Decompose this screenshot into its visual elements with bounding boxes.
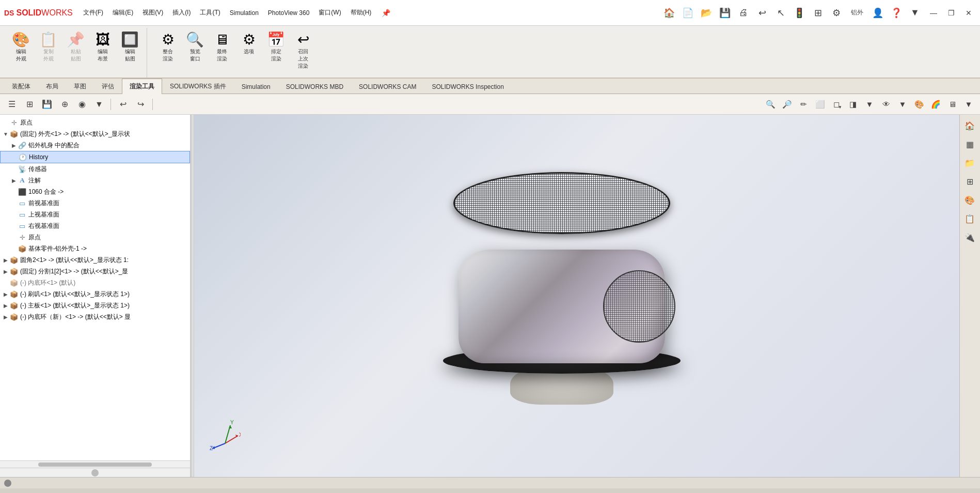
tree-arrow-mates[interactable]: ▶: [10, 143, 18, 148]
preview-window-button[interactable]: 🔍 预览窗口: [182, 30, 208, 72]
menu-view[interactable]: 视图(V): [138, 6, 167, 19]
grid-view-button[interactable]: ⊞: [22, 97, 37, 112]
tree-item-annotations[interactable]: ▶ A 注解: [0, 175, 190, 186]
tree-arrow-annotations[interactable]: ▶: [10, 178, 18, 183]
section-view-dropdown[interactable]: ▼: [862, 98, 877, 111]
box-select-2[interactable]: ◻▼: [829, 98, 844, 111]
tree-arrow-mainboard[interactable]: ▶: [2, 303, 9, 309]
home-icon[interactable]: 🏠: [661, 5, 677, 21]
list-view-button[interactable]: ☰: [4, 97, 20, 112]
tree-item-material[interactable]: ⬛ 1060 合金 ->: [0, 186, 190, 197]
schedule-render-button[interactable]: 📅 排定渲染: [263, 30, 289, 72]
menu-file[interactable]: 文件(F): [79, 6, 107, 19]
restore-button[interactable]: ❐: [944, 6, 958, 20]
tab-sw-cam[interactable]: SOLIDWORKS CAM: [351, 80, 424, 94]
tab-sw-inspection[interactable]: SOLIDWORKS Inspection: [424, 80, 511, 94]
tree-item-split[interactable]: ▶ 📦 (固定) 分割1[2]<1> -> (默认<<默认>_显: [0, 266, 190, 277]
rpanel-layout-button[interactable]: ⊞: [961, 173, 978, 190]
display-mode-button[interactable]: 👁: [879, 98, 893, 111]
tree-item-brush[interactable]: ▶ 📦 (-) 刷叽<1> (默认<<默认>_显示状态 1>): [0, 288, 190, 300]
box-select-1[interactable]: ⬜: [813, 98, 827, 111]
tree-item-right-plane[interactable]: ▭ 右视基准面: [0, 220, 190, 232]
minimize-button[interactable]: —: [926, 6, 941, 20]
origin-button[interactable]: ⊕: [57, 97, 72, 112]
copy-appearance-button[interactable]: 📋 复制外观: [36, 30, 61, 65]
tree-item-history[interactable]: 🕐 History: [0, 151, 190, 163]
save-icon[interactable]: 💾: [717, 5, 733, 21]
save-stb-button[interactable]: 💾: [39, 97, 55, 112]
viewport[interactable]: X Y Z: [194, 115, 959, 477]
undo-icon[interactable]: ↩: [754, 5, 770, 21]
menu-insert[interactable]: 插入(I): [168, 6, 195, 19]
tab-sketch[interactable]: 草图: [66, 79, 94, 94]
tree-item-front-plane[interactable]: ▭ 前视基准面: [0, 197, 190, 209]
zoom-in-button[interactable]: 🔍: [763, 98, 778, 111]
integrated-render-button[interactable]: ⚙ 整合渲染: [155, 30, 180, 72]
rpanel-grid-button[interactable]: ▦: [961, 135, 978, 153]
edit-scene-button[interactable]: 🖼 编辑布景: [90, 30, 115, 65]
dropdown-icon[interactable]: ▼: [907, 5, 923, 21]
tree-item-base-part[interactable]: 📦 基体零件-铝外壳-1 ->: [0, 243, 190, 254]
traffic-icon[interactable]: 🚦: [791, 5, 808, 21]
menu-tools[interactable]: 工具(T): [196, 6, 224, 19]
tree-item-shell[interactable]: ▼ 📦 (固定) 外壳<1> -> (默认<<默认>_显示状: [0, 128, 190, 140]
tab-evaluate[interactable]: 评估: [94, 79, 122, 94]
tree-item-fillet[interactable]: ▶ 📦 圆角2<1> -> (默认<<默认>_显示状态 1:: [0, 254, 190, 266]
close-button[interactable]: ✕: [961, 6, 976, 20]
menu-photoview[interactable]: PhotoView 360: [264, 7, 314, 19]
tab-simulation[interactable]: Simulation: [234, 80, 278, 94]
circle-button[interactable]: ◉: [74, 97, 90, 112]
color-button[interactable]: 🎨: [912, 98, 926, 111]
new-icon[interactable]: 📄: [679, 5, 696, 21]
gear-icon[interactable]: ⚙: [828, 5, 845, 21]
display-dropdown[interactable]: ▼: [895, 98, 910, 111]
tree-item-top-plane[interactable]: ▭ 上视基准面: [0, 209, 190, 220]
tab-sw-plugins[interactable]: SOLIDWORKS 插件: [162, 79, 234, 94]
scene-dropdown[interactable]: ▼: [961, 98, 976, 111]
rpanel-color-button[interactable]: 🎨: [961, 191, 978, 209]
user-icon[interactable]: 👤: [870, 5, 886, 21]
section-view-button[interactable]: ◨: [846, 98, 860, 111]
open-icon[interactable]: 📂: [698, 5, 715, 21]
tree-item-mates[interactable]: ▶ 🔗 铝外机身 中的配合: [0, 140, 190, 151]
edit-decal-button[interactable]: 🔲 编辑贴图: [117, 30, 143, 65]
tab-layout[interactable]: 布局: [38, 79, 66, 94]
tab-assembly[interactable]: 装配体: [4, 79, 38, 94]
recall-render-button[interactable]: ↩ 召回上次渲染: [291, 30, 315, 72]
menu-help[interactable]: 帮助(H): [346, 6, 376, 19]
rpanel-home-button[interactable]: 🏠: [961, 117, 978, 134]
pen-button[interactable]: ✏: [796, 98, 811, 111]
rpanel-doc-button[interactable]: 📋: [961, 210, 978, 227]
tree-item-mainboard[interactable]: ▶ 📦 (-) 主板<1> (默认<<默认>_显示状态 1>): [0, 300, 190, 311]
tree-item-origin-child[interactable]: ✛ 原点: [0, 232, 190, 243]
tree-arrow-split[interactable]: ▶: [2, 269, 9, 274]
select-icon[interactable]: ↖: [772, 5, 789, 21]
grid-icon[interactable]: ⊞: [810, 5, 826, 21]
final-render-button[interactable]: 🖥 最终渲染: [210, 30, 234, 72]
rainbow-button[interactable]: 🌈: [928, 98, 943, 111]
menu-window[interactable]: 窗口(W): [314, 6, 345, 19]
tree-item-sensor[interactable]: 📡 传感器: [0, 163, 190, 175]
help-icon[interactable]: ❓: [888, 5, 905, 21]
tree-arrow-brush[interactable]: ▶: [2, 291, 9, 297]
scrollbar-thumb-h[interactable]: [38, 463, 152, 467]
feature-tree-scrollbar-h[interactable]: [0, 460, 190, 468]
tree-item-inner-ring[interactable]: 📦 (-) 内底环<1> (默认): [0, 277, 190, 288]
edit-appearance-button[interactable]: 🎨 编辑外观: [8, 30, 34, 65]
tree-item-origin-top[interactable]: ✛ 原点: [0, 117, 190, 128]
tree-arrow-inner-ring-new[interactable]: ▶: [2, 314, 9, 320]
rpanel-folder-button[interactable]: 📁: [961, 154, 978, 172]
scroll-dot[interactable]: [91, 469, 99, 476]
menu-edit[interactable]: 编辑(E): [108, 6, 137, 19]
tree-arrow-fillet[interactable]: ▶: [2, 257, 9, 263]
tab-render-tools[interactable]: 渲染工具: [122, 79, 162, 94]
rpanel-plugin-button[interactable]: 🔌: [961, 228, 978, 246]
tab-sw-mbd[interactable]: SOLIDWORKS MBD: [278, 80, 351, 94]
menu-simulation[interactable]: Simulation: [226, 7, 263, 19]
scene-button[interactable]: 🖥: [945, 98, 959, 111]
pin-icon[interactable]: 📌: [382, 9, 390, 17]
options-button[interactable]: ⚙ 选项: [236, 30, 261, 72]
print-icon[interactable]: 🖨: [735, 5, 752, 21]
tree-arrow-shell[interactable]: ▼: [2, 131, 9, 137]
tree-item-inner-ring-new[interactable]: ▶ 📦 (-) 内底环（新）<1> -> (默认<<默认> 显: [0, 311, 190, 322]
